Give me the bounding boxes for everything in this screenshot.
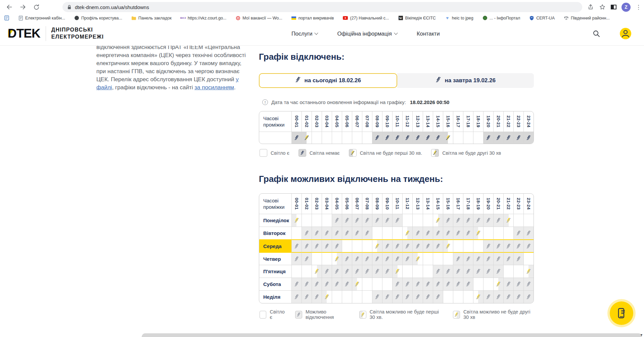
bookmark-item[interactable]: Південний районн... bbox=[564, 15, 610, 20]
bookmark-label: Профіль користува... bbox=[81, 16, 122, 20]
schedule-cell-on bbox=[453, 239, 463, 252]
bookmark-item[interactable]: портал викривачів bbox=[291, 15, 334, 20]
legend-swatch-on bbox=[260, 311, 266, 319]
schedule-cell-off bbox=[402, 132, 412, 144]
external-schedule-link[interactable]: за посиланням bbox=[194, 84, 234, 91]
bookmark-star-icon[interactable] bbox=[599, 4, 606, 10]
time-slot-header: 02-03 bbox=[312, 111, 322, 132]
legend-swatch-off bbox=[298, 149, 306, 157]
schedule-cell-off bbox=[493, 290, 503, 303]
legend-item-second30: Світла можливо не буде другі 30 хв bbox=[453, 309, 535, 320]
schedule-cell-off bbox=[342, 227, 352, 239]
time-slot-header: 03-04 bbox=[322, 111, 332, 132]
bookmark-label: Панель закладок bbox=[138, 16, 172, 20]
nav-item-official-info[interactable]: Офіційна інформація bbox=[337, 31, 397, 37]
bookmark-label: https://vkz.court.go... bbox=[188, 16, 226, 20]
legend-label: Світла можливо не буде перші 30 хв. bbox=[370, 309, 444, 320]
schedule-cell-on bbox=[382, 278, 392, 290]
share-icon[interactable] bbox=[587, 4, 594, 10]
bookmark-item[interactable]: WВікіпедія ЄСІТС bbox=[398, 15, 436, 20]
schedule-cell-first30 bbox=[392, 265, 402, 278]
nav-item-contacts[interactable]: Контакти bbox=[417, 31, 440, 37]
schedule-cell-off bbox=[322, 239, 332, 252]
bookmark-item[interactable]: (27) Навчальний с... bbox=[343, 15, 389, 20]
schedule-cell-off bbox=[382, 132, 392, 144]
legend-swatch-second30 bbox=[431, 149, 439, 157]
tab-tomorrow[interactable]: на завтра 19.02.26 bbox=[397, 73, 534, 88]
schedule-cell-off bbox=[513, 290, 523, 303]
schedule-cell-on bbox=[473, 278, 483, 290]
schedule-cell-on bbox=[312, 132, 322, 144]
schedule-cell-off bbox=[312, 227, 322, 239]
schedule-cell-off bbox=[423, 132, 433, 144]
day-tabs: на сьогодні 18.02.26 на завтра 19.02.26 bbox=[259, 73, 534, 88]
schedule-cell-off bbox=[443, 265, 453, 278]
schedule-cell-on bbox=[483, 227, 493, 239]
schedule-cell-off bbox=[503, 239, 513, 252]
chat-widget-button[interactable] bbox=[610, 301, 633, 325]
time-slot-header: 20-21 bbox=[493, 194, 503, 214]
bookmark-item[interactable]: Електронний кабін... bbox=[18, 15, 65, 20]
back-icon[interactable] bbox=[4, 2, 15, 12]
scroll-down-arrow[interactable]: ▼ bbox=[640, 333, 643, 337]
reading-list-icon[interactable] bbox=[4, 15, 9, 20]
schedule-cell-off bbox=[433, 290, 443, 303]
schedule-cell-off bbox=[362, 227, 372, 239]
schedule-cell-first30 bbox=[412, 252, 422, 265]
schedule-cell-on bbox=[362, 132, 372, 144]
vkz-text-icon: ВКЗ bbox=[181, 15, 186, 20]
schedule-cell-off bbox=[433, 227, 443, 239]
legend-label: Світло є bbox=[271, 150, 289, 156]
bookmark-item[interactable]: Панель закладок bbox=[131, 15, 172, 20]
search-icon[interactable] bbox=[590, 28, 602, 40]
time-slot-header: 21-22 bbox=[503, 111, 513, 132]
time-slot-header: 00-01 bbox=[291, 111, 302, 132]
bookmark-item[interactable]: Мої вакансії — Wo... bbox=[235, 15, 282, 20]
url-text: dtek-dnem.com.ua/ua/shutdowns bbox=[75, 4, 149, 10]
bookmark-item[interactable]: ВКЗhttps://vkz.court.go... bbox=[181, 15, 226, 20]
schedule-cell-off bbox=[523, 227, 534, 239]
account-icon[interactable] bbox=[618, 27, 633, 41]
browser-menu-icon[interactable]: ⋮ bbox=[636, 4, 641, 11]
dark-globe-icon bbox=[74, 15, 79, 20]
logo-divider bbox=[46, 26, 46, 41]
bookmark-item[interactable]: CERT-UA bbox=[529, 15, 555, 20]
schedule-cell-off bbox=[302, 227, 312, 239]
bookmark-item[interactable]: ... - ІнфоПортал bbox=[482, 15, 520, 20]
url-bar[interactable]: dtek-dnem.com.ua/ua/shutdowns bbox=[62, 2, 582, 12]
bookmark-item[interactable]: ♥heic to jpeg bbox=[445, 15, 473, 20]
schedule-cell-off bbox=[332, 239, 342, 252]
schedule-cell-on bbox=[513, 265, 523, 278]
day-label: Вівторок bbox=[259, 227, 291, 239]
nav-item-services[interactable]: Послуги bbox=[291, 31, 318, 37]
time-slot-header: 02-03 bbox=[312, 194, 322, 214]
day-label: Понеділок bbox=[259, 214, 291, 227]
schedule-cell-off bbox=[503, 252, 513, 265]
scales-icon bbox=[564, 15, 569, 20]
profile-avatar[interactable]: Z bbox=[622, 3, 631, 12]
schedule-cell-on bbox=[332, 132, 342, 144]
bookmark-label: Вікіпедія ЄСІТС bbox=[405, 16, 436, 20]
schedule-cell-off bbox=[453, 265, 463, 278]
schedule-cell-off bbox=[463, 252, 473, 265]
legend-label: Світла не буде другі 30 хв bbox=[442, 150, 501, 156]
schedule-cell-first30 bbox=[322, 290, 332, 303]
page-content: відключення здійснюється ПрАТ «ПЕЕМ «Цен… bbox=[0, 46, 644, 337]
chevron-down-icon bbox=[394, 31, 398, 35]
tab-today[interactable]: на сьогодні 18.02.26 bbox=[259, 73, 397, 88]
schedule-cell-off bbox=[372, 132, 382, 144]
schedule-cell-on bbox=[291, 227, 302, 239]
schedule-cell-off bbox=[332, 214, 342, 227]
schedule-cell-first30 bbox=[473, 227, 483, 239]
dtek-logo[interactable]: DTEK ДНІПРОВСЬКІ ЕЛЕКТРОМЕРЕЖІ bbox=[7, 26, 104, 41]
legend-item-first30: Світла можливо не буде перші 30 хв. bbox=[359, 309, 444, 320]
reload-icon[interactable] bbox=[31, 2, 42, 12]
schedule-cell-off bbox=[443, 214, 453, 227]
site-header: DTEK ДНІПРОВСЬКІ ЕЛЕКТРОМЕРЕЖІ Послуги О… bbox=[0, 22, 644, 46]
bookmark-item[interactable]: Профіль користува... bbox=[74, 15, 122, 20]
schedule-cell-off bbox=[412, 290, 422, 303]
side-panel-icon[interactable] bbox=[611, 5, 616, 9]
week-legend: Світло єМожливо відключенняСвітла можлив… bbox=[260, 309, 535, 320]
schedule-cell-first30 bbox=[302, 132, 312, 144]
forward-icon[interactable] bbox=[17, 2, 28, 12]
